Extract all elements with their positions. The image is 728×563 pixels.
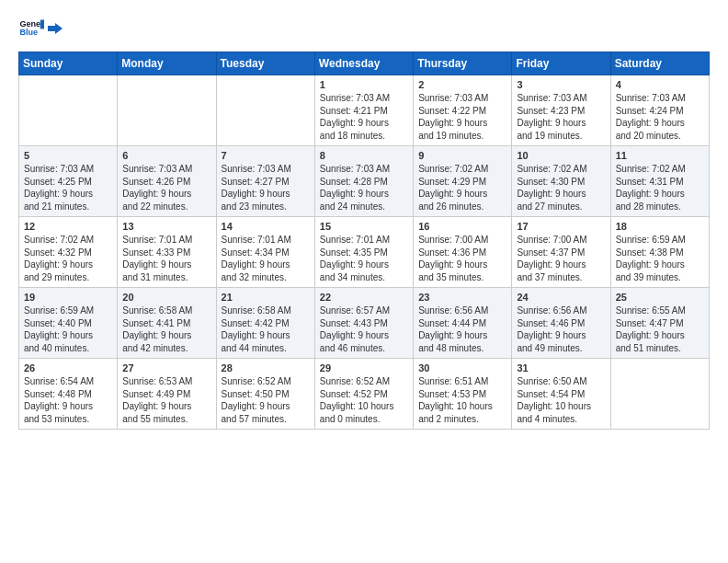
day-number: 7 <box>222 150 310 161</box>
calendar-day-cell: 17Sunrise: 7:00 AM Sunset: 4:37 PM Dayli… <box>512 217 610 288</box>
calendar-day-cell: 14Sunrise: 7:01 AM Sunset: 4:34 PM Dayli… <box>216 217 314 288</box>
day-info: Sunrise: 7:02 AM Sunset: 4:31 PM Dayligh… <box>616 163 704 213</box>
day-info: Sunrise: 6:53 AM Sunset: 4:49 PM Dayligh… <box>122 375 210 425</box>
day-number: 9 <box>418 150 506 161</box>
day-number: 2 <box>418 79 506 90</box>
day-info: Sunrise: 7:02 AM Sunset: 4:30 PM Dayligh… <box>517 163 605 213</box>
day-number: 5 <box>24 150 112 161</box>
day-number: 31 <box>517 362 605 373</box>
day-number: 26 <box>24 362 112 373</box>
calendar-header-row: SundayMondayTuesdayWednesdayThursdayFrid… <box>19 52 710 75</box>
day-info: Sunrise: 6:59 AM Sunset: 4:40 PM Dayligh… <box>24 304 112 354</box>
day-info: Sunrise: 6:58 AM Sunset: 4:42 PM Dayligh… <box>222 304 310 354</box>
day-number: 22 <box>320 292 408 303</box>
logo-arrow-icon <box>48 19 66 38</box>
page-header: General Blue <box>18 15 710 40</box>
day-number: 10 <box>517 150 605 161</box>
day-info: Sunrise: 7:03 AM Sunset: 4:21 PM Dayligh… <box>320 92 408 142</box>
calendar-day-cell: 11Sunrise: 7:02 AM Sunset: 4:31 PM Dayli… <box>610 146 709 217</box>
day-number: 11 <box>616 150 704 161</box>
day-info: Sunrise: 7:01 AM Sunset: 4:33 PM Dayligh… <box>122 234 210 283</box>
day-info: Sunrise: 6:51 AM Sunset: 4:53 PM Dayligh… <box>418 375 506 425</box>
day-info: Sunrise: 7:03 AM Sunset: 4:22 PM Dayligh… <box>418 92 506 142</box>
calendar-day-cell: 18Sunrise: 6:59 AM Sunset: 4:38 PM Dayli… <box>610 217 709 288</box>
calendar-week-row: 1Sunrise: 7:03 AM Sunset: 4:21 PM Daylig… <box>19 75 710 146</box>
calendar-day-cell: 26Sunrise: 6:54 AM Sunset: 4:48 PM Dayli… <box>19 359 118 430</box>
calendar-day-header: Thursday <box>414 52 512 75</box>
day-info: Sunrise: 6:54 AM Sunset: 4:48 PM Dayligh… <box>24 375 112 425</box>
calendar-week-row: 5Sunrise: 7:03 AM Sunset: 4:25 PM Daylig… <box>19 146 710 217</box>
day-number: 15 <box>320 221 408 232</box>
calendar-day-cell: 1Sunrise: 7:03 AM Sunset: 4:21 PM Daylig… <box>314 75 413 146</box>
svg-text:Blue: Blue <box>19 28 38 37</box>
calendar-day-header: Friday <box>512 52 610 75</box>
logo-icon: General Blue <box>18 15 44 40</box>
day-info: Sunrise: 7:03 AM Sunset: 4:28 PM Dayligh… <box>320 163 408 213</box>
day-number: 19 <box>24 292 112 303</box>
calendar-day-header: Wednesday <box>314 52 413 75</box>
day-info: Sunrise: 7:03 AM Sunset: 4:24 PM Dayligh… <box>616 92 704 142</box>
calendar-day-cell: 9Sunrise: 7:02 AM Sunset: 4:29 PM Daylig… <box>414 146 512 217</box>
day-info: Sunrise: 7:01 AM Sunset: 4:34 PM Dayligh… <box>222 234 310 283</box>
calendar-day-cell: 15Sunrise: 7:01 AM Sunset: 4:35 PM Dayli… <box>314 217 413 288</box>
calendar-day-cell <box>19 75 118 146</box>
day-info: Sunrise: 7:03 AM Sunset: 4:27 PM Dayligh… <box>222 163 310 213</box>
day-info: Sunrise: 7:01 AM Sunset: 4:35 PM Dayligh… <box>320 234 408 283</box>
calendar-day-cell: 4Sunrise: 7:03 AM Sunset: 4:24 PM Daylig… <box>610 75 709 146</box>
day-number: 13 <box>122 221 210 232</box>
calendar-day-header: Monday <box>118 52 216 75</box>
calendar-day-cell: 20Sunrise: 6:58 AM Sunset: 4:41 PM Dayli… <box>118 288 216 359</box>
day-number: 29 <box>320 362 408 373</box>
logo: General Blue <box>18 15 66 40</box>
day-number: 20 <box>122 292 210 303</box>
day-info: Sunrise: 6:50 AM Sunset: 4:54 PM Dayligh… <box>517 375 605 425</box>
day-info: Sunrise: 6:56 AM Sunset: 4:44 PM Dayligh… <box>418 304 506 354</box>
calendar-day-cell: 12Sunrise: 7:02 AM Sunset: 4:32 PM Dayli… <box>19 217 118 288</box>
day-number: 21 <box>222 292 310 303</box>
day-info: Sunrise: 7:03 AM Sunset: 4:26 PM Dayligh… <box>122 163 210 213</box>
day-number: 27 <box>122 362 210 373</box>
day-info: Sunrise: 7:03 AM Sunset: 4:23 PM Dayligh… <box>517 92 605 142</box>
day-number: 25 <box>616 292 704 303</box>
day-info: Sunrise: 7:02 AM Sunset: 4:29 PM Dayligh… <box>418 163 506 213</box>
calendar-day-cell: 22Sunrise: 6:57 AM Sunset: 4:43 PM Dayli… <box>314 288 413 359</box>
calendar-day-header: Sunday <box>19 52 118 75</box>
calendar-day-cell: 29Sunrise: 6:52 AM Sunset: 4:52 PM Dayli… <box>314 359 413 430</box>
calendar-day-header: Tuesday <box>216 52 314 75</box>
day-info: Sunrise: 6:52 AM Sunset: 4:50 PM Dayligh… <box>222 375 310 425</box>
day-number: 30 <box>418 362 506 373</box>
day-number: 28 <box>222 362 310 373</box>
day-info: Sunrise: 7:03 AM Sunset: 4:25 PM Dayligh… <box>24 163 112 213</box>
calendar-week-row: 26Sunrise: 6:54 AM Sunset: 4:48 PM Dayli… <box>19 359 710 430</box>
day-number: 12 <box>24 221 112 232</box>
calendar-week-row: 19Sunrise: 6:59 AM Sunset: 4:40 PM Dayli… <box>19 288 710 359</box>
day-info: Sunrise: 7:00 AM Sunset: 4:36 PM Dayligh… <box>418 234 506 283</box>
calendar-day-header: Saturday <box>610 52 709 75</box>
calendar-table: SundayMondayTuesdayWednesdayThursdayFrid… <box>18 52 710 430</box>
calendar-day-cell: 3Sunrise: 7:03 AM Sunset: 4:23 PM Daylig… <box>512 75 610 146</box>
calendar-day-cell <box>610 359 709 430</box>
day-number: 3 <box>517 79 605 90</box>
calendar-day-cell: 7Sunrise: 7:03 AM Sunset: 4:27 PM Daylig… <box>216 146 314 217</box>
calendar-day-cell: 8Sunrise: 7:03 AM Sunset: 4:28 PM Daylig… <box>314 146 413 217</box>
calendar-day-cell: 16Sunrise: 7:00 AM Sunset: 4:36 PM Dayli… <box>414 217 512 288</box>
calendar-week-row: 12Sunrise: 7:02 AM Sunset: 4:32 PM Dayli… <box>19 217 710 288</box>
calendar-day-cell: 25Sunrise: 6:55 AM Sunset: 4:47 PM Dayli… <box>610 288 709 359</box>
day-info: Sunrise: 6:59 AM Sunset: 4:38 PM Dayligh… <box>616 234 704 283</box>
day-number: 16 <box>418 221 506 232</box>
calendar-day-cell: 5Sunrise: 7:03 AM Sunset: 4:25 PM Daylig… <box>19 146 118 217</box>
day-number: 24 <box>517 292 605 303</box>
calendar-day-cell: 23Sunrise: 6:56 AM Sunset: 4:44 PM Dayli… <box>414 288 512 359</box>
day-info: Sunrise: 7:02 AM Sunset: 4:32 PM Dayligh… <box>24 234 112 283</box>
day-number: 14 <box>222 221 310 232</box>
day-info: Sunrise: 6:55 AM Sunset: 4:47 PM Dayligh… <box>616 304 704 354</box>
calendar-day-cell <box>118 75 216 146</box>
svg-marker-4 <box>55 23 63 34</box>
day-number: 6 <box>122 150 210 161</box>
calendar-day-cell: 10Sunrise: 7:02 AM Sunset: 4:30 PM Dayli… <box>512 146 610 217</box>
day-info: Sunrise: 6:57 AM Sunset: 4:43 PM Dayligh… <box>320 304 408 354</box>
day-number: 1 <box>320 79 408 90</box>
day-info: Sunrise: 7:00 AM Sunset: 4:37 PM Dayligh… <box>517 234 605 283</box>
svg-rect-5 <box>48 26 56 31</box>
calendar-day-cell: 19Sunrise: 6:59 AM Sunset: 4:40 PM Dayli… <box>19 288 118 359</box>
